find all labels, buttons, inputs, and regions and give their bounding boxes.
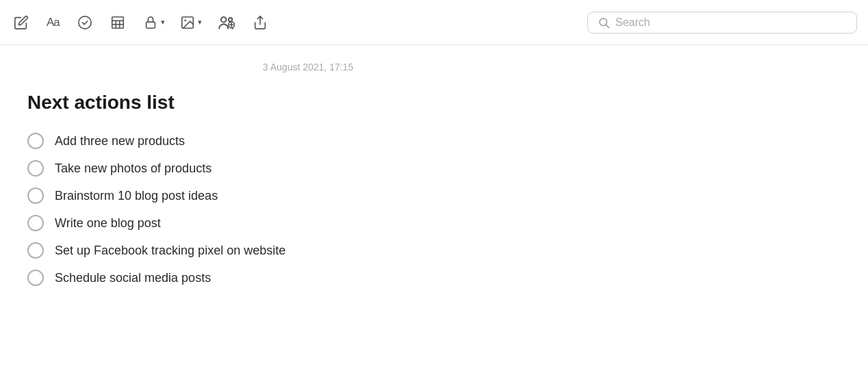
checklist-checkbox[interactable] <box>27 187 44 204</box>
checklist-label: Add three new products <box>55 134 185 148</box>
edit-icon[interactable] <box>11 12 31 33</box>
image-icon[interactable] <box>177 12 198 33</box>
lock-icon[interactable] <box>140 12 161 33</box>
search-input[interactable] <box>615 16 847 29</box>
svg-point-8 <box>184 19 186 21</box>
checklist-item[interactable]: Add three new products <box>27 133 589 149</box>
main-content: 3 August 2021, 17:15 Next actions list A… <box>0 45 616 302</box>
search-container <box>587 12 857 34</box>
image-chevron-icon[interactable]: ▾ <box>198 18 202 27</box>
checklist-label: Set up Facebook tracking pixel on websit… <box>55 244 285 258</box>
document-timestamp: 3 August 2021, 17:15 <box>0 62 616 73</box>
search-icon <box>598 16 610 29</box>
checklist-checkbox[interactable] <box>27 133 44 149</box>
checklist-label: Write one blog post <box>55 216 161 231</box>
checklist-label: Schedule social media posts <box>55 271 211 285</box>
checklist-checkbox[interactable] <box>27 160 44 177</box>
font-label: Aa <box>47 16 60 29</box>
page-title: Next actions list <box>27 92 589 114</box>
checklist-item[interactable]: Brainstorm 10 blog post ideas <box>27 187 589 204</box>
checklist-item[interactable]: Schedule social media posts <box>27 270 589 286</box>
svg-point-0 <box>79 16 91 28</box>
image-group[interactable]: ▾ <box>177 12 202 33</box>
svg-line-17 <box>606 25 609 27</box>
check-circle-icon[interactable] <box>75 12 95 33</box>
lock-group[interactable]: ▾ <box>140 12 165 33</box>
checklist-checkbox[interactable] <box>27 242 44 259</box>
checklist-checkbox[interactable] <box>27 215 44 231</box>
checklist-label: Brainstorm 10 blog post ideas <box>55 189 218 203</box>
svg-point-9 <box>221 16 227 22</box>
toolbar: Aa ▾ <box>0 0 868 45</box>
svg-point-10 <box>229 17 232 21</box>
font-icon[interactable]: Aa <box>44 13 62 32</box>
checklist-item[interactable]: Take new photos of products <box>27 160 589 177</box>
collaborate-icon[interactable] <box>214 11 238 34</box>
checklist: Add three new productsTake new photos of… <box>27 133 589 286</box>
svg-rect-1 <box>112 16 124 28</box>
lock-chevron-icon[interactable]: ▾ <box>161 18 165 27</box>
checklist-item[interactable]: Write one blog post <box>27 215 589 231</box>
share-icon[interactable] <box>250 12 270 33</box>
checklist-checkbox[interactable] <box>27 270 44 286</box>
svg-rect-6 <box>146 22 155 28</box>
checklist-label: Take new photos of products <box>55 161 212 176</box>
table-icon[interactable] <box>107 12 128 33</box>
checklist-item[interactable]: Set up Facebook tracking pixel on websit… <box>27 242 589 259</box>
